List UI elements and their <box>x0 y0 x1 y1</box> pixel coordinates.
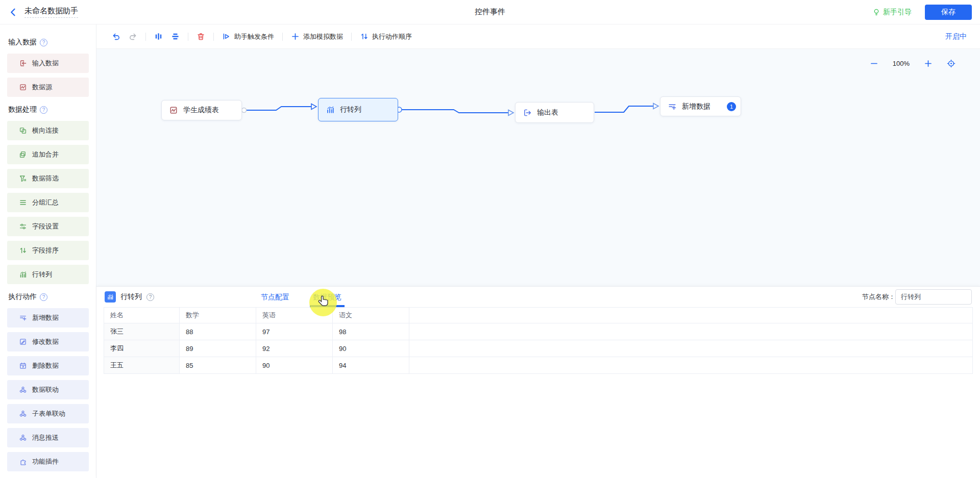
node-name-label: 节点名称： <box>862 292 895 301</box>
flow-node-add-data[interactable]: 新增数据 1 <box>660 96 741 116</box>
panel-tabs: 节点配置 数据预览 <box>261 287 341 307</box>
sort-order-icon <box>360 32 369 41</box>
panel-header: 行转列 ? 节点配置 数据预览 节点名称： <box>96 287 980 307</box>
fit-view-icon[interactable] <box>947 59 955 68</box>
beginner-guide-label: 新手引导 <box>883 8 912 17</box>
flow-node-output-table[interactable]: 输出表 <box>515 102 594 123</box>
canvas-toolbar: 助手触发条件 添加模拟数据 执行动作顺序 开启中 <box>96 24 980 49</box>
sidebar-item-field-sort[interactable]: 字段排序 <box>7 241 89 260</box>
help-icon[interactable]: ? <box>40 106 47 114</box>
action-order-button[interactable]: 执行动作顺序 <box>356 32 416 41</box>
section-title-execute-action: 执行动作 ? <box>8 292 88 301</box>
flow-node-student-scores[interactable]: 学生成绩表 <box>161 100 242 120</box>
back-icon[interactable] <box>8 7 18 17</box>
status-badge[interactable]: 开启中 <box>945 32 967 41</box>
sidebar-item-append-merge[interactable]: 追加合并 <box>7 145 89 164</box>
distribute-horizontal-button[interactable] <box>150 32 167 41</box>
sidebar-item-function-plugin[interactable]: 功能插件 <box>7 452 89 471</box>
push-icon <box>19 434 27 442</box>
group-lines-icon <box>19 198 27 207</box>
plugin-icon <box>19 458 27 466</box>
divider <box>145 33 146 41</box>
panel-title: 行转列 <box>120 292 142 301</box>
zoom-in-icon[interactable] <box>924 59 933 68</box>
tab-node-config[interactable]: 节点配置 <box>261 287 289 307</box>
help-icon[interactable]: ? <box>40 39 47 46</box>
sidebar-item-horizontal-join[interactable]: 横向连接 <box>7 121 89 140</box>
add-mock-data-button[interactable]: 添加模拟数据 <box>287 32 347 41</box>
chart-bars-icon <box>326 105 335 114</box>
help-icon[interactable]: ? <box>146 293 154 301</box>
sidebar-item-data-filter[interactable]: 数据筛选 <box>7 169 89 188</box>
column-header: 姓名 <box>104 308 180 323</box>
tab-data-preview[interactable]: 数据预览 <box>313 287 341 307</box>
table-cell: 张三 <box>104 323 180 340</box>
divider <box>188 33 188 41</box>
undo-icon <box>112 32 120 41</box>
calendar-delete-icon <box>19 362 27 370</box>
node-detail-panel: 行转列 ? 节点配置 数据预览 节点名称： 姓名 数学 英语 <box>96 286 980 478</box>
table-cell: 92 <box>256 340 333 357</box>
table-cell-empty <box>409 323 973 340</box>
divider <box>213 33 214 41</box>
add-rows-icon <box>668 102 677 111</box>
flow-node-row-to-column[interactable]: 行转列 <box>318 98 398 121</box>
sidebar-item-data-linkage[interactable]: 数据联动 <box>7 380 89 399</box>
sidebar-item-subform-linkage[interactable]: 子表单联动 <box>7 404 89 423</box>
distribute-vertical-icon <box>171 32 180 41</box>
section-title-data-processing: 数据处理 ? <box>8 105 88 114</box>
linkage-icon <box>19 410 27 418</box>
divider <box>351 33 352 41</box>
column-header: 英语 <box>256 308 333 323</box>
node-name-field: 节点名称： <box>862 287 972 307</box>
table-cell: 89 <box>180 340 256 357</box>
node-output-port[interactable] <box>242 108 247 113</box>
beginner-guide-button[interactable]: 新手引导 <box>872 8 912 17</box>
redo-button[interactable] <box>125 32 141 41</box>
save-button[interactable]: 保存 <box>925 5 972 20</box>
sidebar-item-group-summary[interactable]: 分组汇总 <box>7 193 89 212</box>
sidebar-item-data-source[interactable]: 数据源 <box>7 78 89 97</box>
page-title: 控件事件 <box>475 7 505 17</box>
add-rows-icon <box>19 314 27 322</box>
node-name-input[interactable] <box>895 289 972 305</box>
import-icon <box>19 59 27 67</box>
trigger-condition-button[interactable]: 助手触发条件 <box>218 32 278 41</box>
sidebar-item-row-to-column[interactable]: 行转列 <box>7 265 89 284</box>
sidebar-item-delete-data[interactable]: 删除数据 <box>7 356 89 375</box>
zoom-out-icon[interactable] <box>870 59 878 68</box>
topbar: 未命名数据助手 控件事件 新手引导 保存 <box>0 0 980 24</box>
chart-bars-icon <box>19 270 27 279</box>
flow-edges <box>96 49 980 286</box>
sort-icon <box>19 246 27 255</box>
lightbulb-icon <box>872 8 880 16</box>
help-icon[interactable]: ? <box>40 293 47 301</box>
table-cell: 88 <box>180 323 256 340</box>
table-cell: 90 <box>333 340 409 357</box>
sidebar-item-input-data[interactable]: 输入数据 <box>7 54 89 73</box>
filter-icon <box>19 174 27 183</box>
sidebar-item-add-data[interactable]: 新增数据 <box>7 308 89 328</box>
sidebar: 输入数据 ? 输入数据 数据源 数据处理 ? 横向连接 追加合并 数据筛选 <box>0 24 96 478</box>
column-header-empty <box>409 308 973 323</box>
data-source-icon <box>19 83 27 91</box>
data-preview-table: 姓名 数学 英语 语文 张三 88 97 98 <box>104 307 973 374</box>
undo-button[interactable] <box>108 32 125 41</box>
zoom-percent: 100% <box>893 60 910 67</box>
distribute-vertical-button[interactable] <box>167 32 184 41</box>
sidebar-item-modify-data[interactable]: 修改数据 <box>7 332 89 351</box>
row-to-column-icon <box>105 291 116 303</box>
document-title[interactable]: 未命名数据助手 <box>24 6 78 18</box>
column-header: 语文 <box>333 308 409 323</box>
flow-canvas[interactable]: 学生成绩表 行转列 输出表 新增数据 1 100% <box>96 49 980 286</box>
table-row: 王五 85 90 94 <box>104 357 973 374</box>
sidebar-item-message-push[interactable]: 消息推送 <box>7 428 89 447</box>
play-icon <box>222 32 231 41</box>
delete-node-button[interactable] <box>192 32 209 41</box>
section-title-input-data: 输入数据 ? <box>8 38 88 47</box>
distribute-horizontal-icon <box>154 32 163 41</box>
divider <box>282 33 283 41</box>
table-row: 李四 89 92 90 <box>104 340 973 357</box>
table-cell: 90 <box>256 357 333 374</box>
sidebar-item-field-settings[interactable]: 字段设置 <box>7 217 89 236</box>
